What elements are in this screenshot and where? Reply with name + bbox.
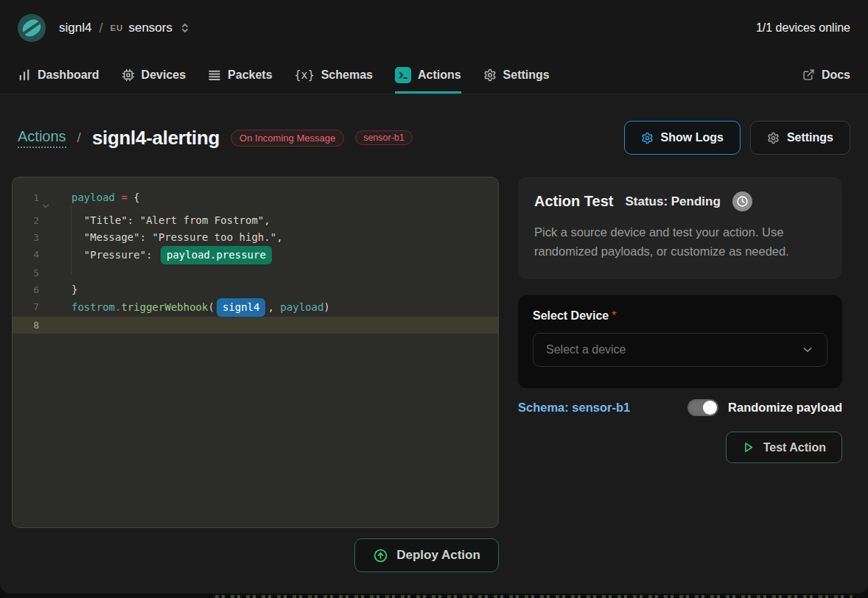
region-label: EU bbox=[110, 24, 123, 32]
action-test-description: Pick a source device and test your actio… bbox=[534, 223, 826, 261]
code-token: , bbox=[267, 301, 280, 313]
fold-chevron-icon[interactable] bbox=[43, 202, 49, 208]
line-number: 3 bbox=[20, 229, 39, 246]
docs-label: Docs bbox=[822, 68, 850, 82]
devices-online-status: 1/1 devices online bbox=[756, 21, 850, 35]
chevron-up-down-icon[interactable] bbox=[180, 22, 190, 34]
code-text: fostrom.triggerWebhook(signl4, payload) bbox=[71, 298, 330, 317]
settings-button-label: Settings bbox=[787, 131, 833, 144]
page-header-actions: Show Logs Settings bbox=[624, 121, 850, 155]
nav-label: Devices bbox=[141, 68, 186, 82]
deploy-action-label: Deploy Action bbox=[396, 548, 480, 563]
cpu-icon bbox=[122, 68, 135, 82]
nav-label: Settings bbox=[503, 68, 550, 82]
code-token: payload bbox=[71, 191, 115, 203]
code-token: triggerWebhook bbox=[121, 301, 208, 313]
terminal-icon bbox=[395, 67, 411, 83]
nav-item-dashboard[interactable]: Dashboard bbox=[18, 56, 99, 94]
project-breadcrumb[interactable]: signl4 / EU sensors bbox=[59, 21, 190, 36]
select-device-label-row: Select Device* bbox=[533, 309, 827, 323]
deploy-action-button[interactable]: Deploy Action bbox=[354, 538, 499, 572]
code-editor[interactable]: 1payload = {2 "Title": "Alert from Fostr… bbox=[12, 177, 499, 528]
fostrom-logo[interactable] bbox=[18, 14, 46, 42]
code-text: } bbox=[71, 281, 77, 298]
code-token: ( bbox=[208, 301, 214, 313]
code-token: payload bbox=[280, 301, 323, 313]
nav-item-settings[interactable]: Settings bbox=[483, 56, 550, 94]
fold-column bbox=[39, 189, 52, 212]
docs-link[interactable]: Docs bbox=[802, 56, 850, 94]
stacked-lines-icon bbox=[208, 68, 221, 82]
randomize-label: Randomize payload bbox=[728, 401, 842, 415]
code-line-5[interactable]: 5 bbox=[13, 264, 498, 281]
code-token: ) bbox=[323, 301, 329, 313]
action-test-header: Action Test Status: Pending bbox=[534, 191, 826, 211]
action-settings-button[interactable]: Settings bbox=[750, 121, 850, 155]
fold-column bbox=[39, 264, 52, 281]
nav-item-packets[interactable]: Packets bbox=[208, 56, 273, 94]
test-action-label: Test Action bbox=[763, 441, 826, 454]
line-number: 8 bbox=[20, 317, 39, 334]
code-line-3[interactable]: 3 "Message": "Pressure too high.", bbox=[13, 229, 498, 246]
clipped-footer-text bbox=[215, 595, 853, 598]
select-device-card: Select Device* Select a device bbox=[518, 295, 842, 388]
nav-item-actions[interactable]: Actions bbox=[395, 56, 461, 94]
schema-badge: sensor-b1 bbox=[355, 130, 413, 145]
line-number: 1 bbox=[20, 189, 39, 212]
nav-item-schemas[interactable]: {x} Schemas bbox=[295, 56, 373, 94]
gear-icon bbox=[767, 132, 780, 144]
code-token: "Message": "Pressure too high.", bbox=[71, 231, 283, 243]
signl4-chip[interactable]: signl4 bbox=[217, 298, 266, 317]
code-line-6[interactable]: 6} bbox=[13, 281, 498, 298]
gear-icon bbox=[483, 68, 497, 82]
device-select-placeholder: Select a device bbox=[546, 343, 626, 356]
code-token: "Pressure": bbox=[71, 249, 158, 261]
page-header: Actions / signl4-alerting On Incoming Me… bbox=[18, 116, 850, 159]
show-logs-button[interactable]: Show Logs bbox=[624, 121, 741, 155]
page-title: signl4-alerting bbox=[92, 127, 220, 150]
actions-breadcrumb-link[interactable]: Actions bbox=[18, 128, 66, 148]
status-badge bbox=[732, 191, 752, 211]
code-text: "Title": "Alert from Fostrom", bbox=[71, 212, 270, 229]
randomize-group: Randomize payload bbox=[687, 399, 842, 416]
breadcrumb-separator: / bbox=[77, 130, 81, 146]
arrow-up-circle-icon bbox=[373, 548, 388, 563]
required-asterisk: * bbox=[612, 309, 616, 322]
breadcrumb-separator: / bbox=[99, 21, 102, 36]
line-number: 5 bbox=[20, 264, 39, 281]
nav-label: Dashboard bbox=[38, 68, 99, 82]
braces-x-icon: {x} bbox=[295, 68, 315, 82]
trigger-badge: On Incoming Message bbox=[231, 130, 344, 147]
randomize-toggle[interactable] bbox=[687, 399, 718, 416]
nav-item-devices[interactable]: Devices bbox=[122, 56, 186, 94]
code-token: { bbox=[127, 191, 140, 203]
action-test-title: Action Test bbox=[534, 193, 613, 210]
test-action-button[interactable]: Test Action bbox=[726, 432, 842, 463]
code-line-8[interactable]: 8 bbox=[13, 317, 498, 334]
code-token: fostrom bbox=[71, 301, 115, 313]
nav-label: Actions bbox=[418, 68, 461, 82]
schema-label: Schema: sensor-b1 bbox=[518, 401, 630, 415]
code-token: "Title": "Alert from Fostrom", bbox=[71, 214, 270, 226]
code-line-4[interactable]: 4 "Pressure": payload.pressure bbox=[13, 246, 498, 264]
fold-column bbox=[39, 212, 52, 229]
code-text: payload = { bbox=[71, 189, 140, 212]
line-number: 4 bbox=[20, 246, 39, 264]
play-icon bbox=[742, 441, 755, 454]
main-nav: Dashboard Devices Packets {x} Schemas Ac… bbox=[0, 56, 868, 94]
indent-guide bbox=[71, 207, 71, 275]
page-header-left: Actions / signl4-alerting On Incoming Me… bbox=[18, 127, 413, 150]
code-token: = bbox=[121, 191, 127, 203]
select-device-label: Select Device bbox=[533, 309, 609, 322]
fold-column bbox=[39, 281, 52, 298]
nav-label: Packets bbox=[228, 68, 273, 82]
code-line-1[interactable]: 1payload = { bbox=[13, 189, 498, 212]
code-line-7[interactable]: 7fostrom.triggerWebhook(signl4, payload) bbox=[13, 298, 498, 317]
status-pending-label: Status: Pending bbox=[625, 194, 720, 209]
schema-row: Schema: sensor-b1 Randomize payload bbox=[518, 399, 842, 416]
payload-pressure-chip[interactable]: payload.pressure bbox=[161, 246, 272, 264]
fleet-name: sensors bbox=[128, 21, 172, 35]
code-line-2[interactable]: 2 "Title": "Alert from Fostrom", bbox=[13, 212, 498, 229]
device-select-dropdown[interactable]: Select a device bbox=[533, 333, 827, 367]
show-logs-label: Show Logs bbox=[661, 131, 724, 144]
